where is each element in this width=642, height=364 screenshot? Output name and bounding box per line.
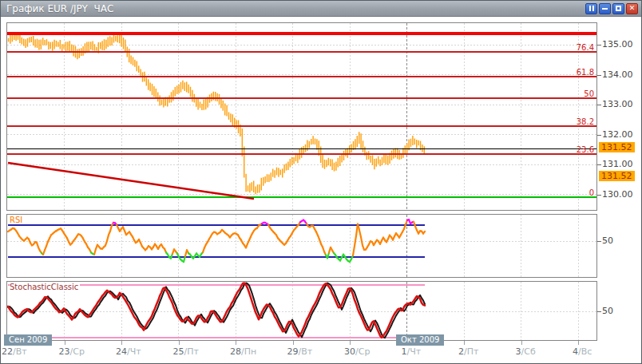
rsi-label: RSI bbox=[10, 216, 24, 224]
fib-level-label: 0 bbox=[589, 188, 594, 197]
stochastic-pane[interactable]: StochasticClassic bbox=[6, 281, 597, 341]
date-axis-tick bbox=[121, 341, 122, 345]
price-axis-tick bbox=[597, 135, 601, 136]
date-label: 1/Чт bbox=[402, 346, 422, 358]
stochastic-canvas[interactable] bbox=[7, 282, 596, 340]
month-badge: Сен 2009 bbox=[4, 334, 52, 346]
price-axis-tick bbox=[597, 105, 601, 105]
price-chart-pane[interactable]: 76.461.85038.223.60 bbox=[6, 22, 597, 211]
date-axis-tick bbox=[65, 341, 65, 345]
close-button[interactable]: ✕ bbox=[626, 3, 638, 14]
date-axis-tick bbox=[350, 341, 351, 345]
date-axis-tick bbox=[236, 341, 236, 345]
window-buttons: ✕ bbox=[585, 3, 638, 14]
date-axis-tick bbox=[179, 341, 180, 345]
date-label: 2/Пт bbox=[458, 346, 478, 358]
date-axis-tick bbox=[464, 341, 465, 345]
date-label: 23/Ср bbox=[59, 346, 85, 358]
stoch-axis-label: 50 bbox=[602, 306, 613, 317]
price-axis-label: 133.00 bbox=[602, 99, 633, 110]
date-label: 3/Сб bbox=[516, 346, 536, 358]
date-axis-tick bbox=[578, 341, 579, 345]
rsi-pane[interactable]: RSI bbox=[6, 214, 597, 278]
fib-level-label: 50 bbox=[584, 89, 594, 98]
window-title: График EUR /JPY ЧАС bbox=[6, 3, 113, 14]
price-axis-tick bbox=[597, 75, 601, 76]
fib-level-label: 61.8 bbox=[577, 68, 594, 77]
date-label: 24/Чт bbox=[116, 346, 141, 358]
fib-level-label: 76.4 bbox=[577, 43, 594, 52]
current-price-badge: 131.52 bbox=[599, 171, 635, 181]
price-axis-label: 130.00 bbox=[602, 189, 633, 200]
date-axis-tick bbox=[521, 341, 522, 345]
price-axis-tick bbox=[597, 164, 601, 165]
price-chart-canvas[interactable] bbox=[7, 23, 596, 210]
price-axis-label: 131.00 bbox=[602, 159, 633, 170]
price-axis-label: 132.00 bbox=[602, 129, 633, 140]
rsi-axis-label-tick bbox=[597, 241, 601, 242]
pause-button[interactable] bbox=[585, 3, 597, 14]
date-label: 25/Пт bbox=[173, 346, 199, 358]
chart-window: График EUR /JPY ЧАС ✕ 76.461.85038.223.6… bbox=[0, 0, 642, 364]
maximize-button[interactable] bbox=[612, 3, 624, 14]
rsi-canvas[interactable] bbox=[7, 215, 596, 277]
date-label: 29/Вт bbox=[287, 346, 313, 358]
current-price-badge: 131.52 bbox=[599, 142, 635, 152]
stoch-axis-label-tick bbox=[597, 311, 601, 312]
maximize-icon bbox=[616, 6, 621, 11]
rsi-axis-label: 50 bbox=[602, 235, 613, 247]
pause-icon bbox=[589, 6, 594, 11]
price-axis-tick bbox=[597, 195, 601, 196]
date-axis-tick bbox=[293, 341, 294, 345]
date-label: 30/Ср bbox=[344, 346, 370, 358]
titlebar[interactable]: График EUR /JPY ЧАС ✕ bbox=[1, 1, 641, 17]
close-icon: ✕ bbox=[629, 5, 636, 12]
date-label: 28/Пн bbox=[230, 346, 256, 358]
fib-level-label: 23.6 bbox=[577, 145, 594, 154]
fib-level-label: 38.2 bbox=[577, 117, 594, 126]
date-label: 22/Вт bbox=[2, 346, 27, 358]
price-axis-label: 135.00 bbox=[602, 39, 633, 50]
stochastic-label: StochasticClassic bbox=[10, 283, 80, 291]
minimize-icon bbox=[602, 8, 608, 10]
month-badge: Окт 2009 bbox=[396, 334, 444, 346]
price-axis-label: 134.00 bbox=[602, 69, 633, 81]
minimize-button[interactable] bbox=[599, 3, 611, 14]
price-axis-tick bbox=[597, 45, 601, 46]
date-label: 4/Вс bbox=[573, 346, 592, 358]
